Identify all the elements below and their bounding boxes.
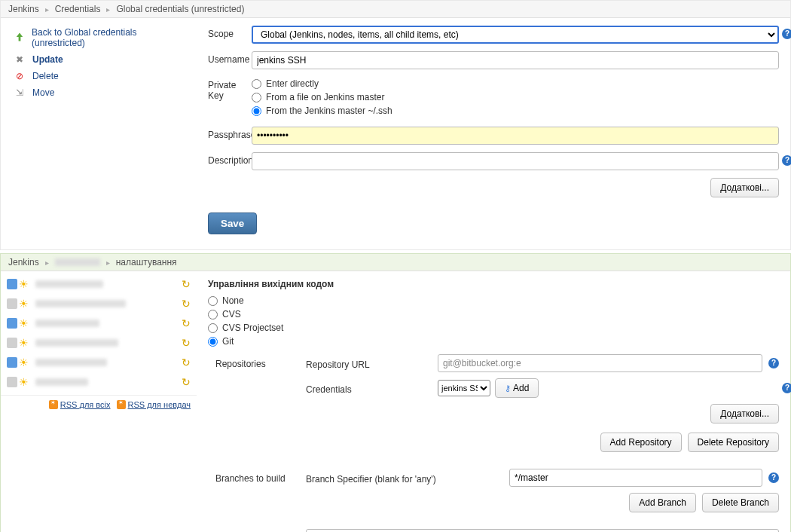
job-row[interactable]: ☀↻ — [1, 313, 197, 333]
rss-icon — [117, 400, 126, 409]
repositories-label: Repositories — [215, 354, 306, 369]
help-icon[interactable]: ? — [768, 358, 779, 368]
crumb-jenkins[interactable]: Jenkins — [8, 4, 39, 14]
weather-icon: ☀ — [17, 298, 29, 310]
rss-fail-link[interactable]: RSS для невдач — [117, 400, 191, 409]
advanced-button[interactable]: Додаткові... — [710, 404, 779, 423]
scm-form: Управління вихідним кодом None CVS CVS P… — [197, 271, 790, 532]
save-button[interactable]: Save — [208, 212, 257, 234]
help-icon[interactable]: ? — [768, 472, 779, 483]
privatekey-label: Private Key — [208, 77, 252, 101]
sidebar-item-update[interactable]: ✖ Update — [8, 51, 189, 68]
weather-icon: ☀ — [17, 376, 29, 388]
chevron-right-icon: ▸ — [45, 258, 49, 267]
delete-repository-button[interactable]: Delete Repository — [688, 433, 779, 452]
block-icon: ⊘ — [13, 71, 26, 81]
radio-label: From the Jenkins master ~/.ssh — [266, 105, 392, 116]
move-icon: ⇲ — [13, 87, 26, 98]
btn-label: Add — [513, 383, 529, 393]
schedule-icon[interactable]: ↻ — [182, 337, 191, 349]
job-row[interactable]: ☀↻ — [1, 353, 197, 372]
status-icon — [7, 279, 17, 289]
crumb-global[interactable]: Global credentials (unrestricted) — [116, 4, 244, 14]
schedule-icon[interactable]: ↻ — [182, 376, 191, 388]
radio-label: Enter directly — [266, 78, 319, 89]
pk-option-file[interactable]: From a file on Jenkins master — [252, 92, 779, 102]
chevron-right-icon: ▸ — [106, 258, 110, 267]
sidebar-item-move[interactable]: ⇲ Move — [8, 84, 189, 101]
crumb-settings[interactable]: налаштування — [116, 257, 177, 268]
branch-spec-label: Branch Specifier (blank for 'any') — [306, 471, 509, 485]
description-input[interactable] — [252, 152, 779, 170]
breadcrumb-top: Jenkins ▸ Credentials ▸ Global credentia… — [1, 1, 790, 18]
advanced-button[interactable]: Додаткові... — [710, 178, 779, 197]
branches-label: Branches to build — [215, 469, 306, 484]
radio-label: None — [222, 295, 244, 306]
sidebar-credentials: Back to Global credentials (unrestricted… — [1, 18, 197, 249]
sidebar-item-delete[interactable]: ⊘ Delete — [8, 68, 189, 84]
sidebar-item-label: Delete — [32, 71, 59, 81]
status-icon — [7, 377, 17, 387]
schedule-icon[interactable]: ↻ — [182, 278, 191, 290]
status-icon — [7, 357, 17, 368]
chevron-right-icon: ▸ — [106, 5, 110, 14]
sidebar-item-label: Move — [32, 87, 54, 98]
add-branch-button[interactable]: Add Branch — [629, 493, 696, 512]
sidebar-item-back[interactable]: Back to Global credentials (unrestricted… — [8, 24, 189, 51]
scm-option-git[interactable]: Git — [208, 336, 779, 347]
status-icon — [7, 338, 17, 348]
add-repository-button[interactable]: Add Repository — [600, 433, 682, 452]
repo-browser-label: Repository browser — [215, 529, 306, 532]
scm-option-none[interactable]: None — [208, 295, 779, 306]
add-credential-button[interactable]: ⚷Add — [495, 378, 539, 398]
repo-url-label: Repository URL — [306, 356, 438, 370]
rss-all-link[interactable]: RSS для всіх — [49, 400, 111, 409]
rss-label: RSS для всіх — [60, 400, 111, 409]
credential-form: Scope Global (Jenkins, nodes, items, all… — [197, 18, 790, 249]
sidebar-jobs: ☀↻ ☀↻ ☀↻ ☀↻ ☀↻ ☀↻ RSS для всіх RSS для н… — [1, 271, 197, 532]
status-icon — [7, 318, 17, 329]
repo-url-input[interactable] — [438, 354, 762, 372]
rss-label: RSS для невдач — [128, 400, 191, 409]
arrow-up-icon — [13, 32, 26, 44]
repo-browser-select[interactable]: (Auto) — [306, 529, 779, 532]
status-icon — [7, 298, 17, 309]
schedule-icon[interactable]: ↻ — [182, 317, 191, 329]
crumb-jenkins[interactable]: Jenkins — [8, 257, 39, 268]
rss-icon — [49, 400, 58, 409]
scope-select[interactable]: Global (Jenkins, nodes, items, all child… — [252, 26, 779, 44]
crumb-redacted — [55, 258, 100, 266]
pk-option-enter[interactable]: Enter directly — [252, 78, 779, 89]
chevron-right-icon: ▸ — [45, 5, 49, 14]
branch-spec-input[interactable] — [509, 469, 762, 487]
weather-icon: ☀ — [17, 317, 29, 329]
help-icon[interactable]: ? — [782, 29, 791, 39]
sidebar-item-label: Back to Global credentials (unrestricted… — [32, 27, 185, 48]
key-icon: ⚷ — [505, 384, 511, 393]
credentials-select[interactable]: jenkins SSH — [438, 380, 490, 396]
radio-label: CVS — [222, 309, 241, 320]
help-icon[interactable]: ? — [782, 383, 791, 393]
username-label: Username — [208, 51, 252, 65]
username-input[interactable] — [252, 51, 779, 69]
delete-branch-button[interactable]: Delete Branch — [702, 493, 779, 512]
job-row[interactable]: ☀↻ — [1, 274, 197, 294]
scm-option-cvsproj[interactable]: CVS Projectset — [208, 323, 779, 333]
pk-option-master[interactable]: From the Jenkins master ~/.ssh — [252, 105, 779, 116]
breadcrumb-job: Jenkins ▸ ▸ налаштування — [1, 254, 790, 271]
radio-label: CVS Projectset — [222, 323, 283, 333]
weather-icon: ☀ — [17, 278, 29, 290]
crumb-credentials[interactable]: Credentials — [55, 4, 101, 14]
schedule-icon[interactable]: ↻ — [182, 356, 191, 368]
description-label: Description — [208, 152, 252, 166]
credentials-label: Credentials — [306, 381, 438, 395]
schedule-icon[interactable]: ↻ — [182, 298, 191, 310]
passphrase-input[interactable] — [252, 127, 779, 145]
job-row[interactable]: ☀↻ — [1, 294, 197, 313]
job-row[interactable]: ☀↻ — [1, 333, 197, 353]
help-icon[interactable]: ? — [782, 155, 791, 166]
scm-option-cvs[interactable]: CVS — [208, 309, 779, 320]
sidebar-item-label: Update — [32, 54, 63, 65]
radio-label: From a file on Jenkins master — [266, 92, 384, 102]
job-row[interactable]: ☀↻ — [1, 372, 197, 392]
